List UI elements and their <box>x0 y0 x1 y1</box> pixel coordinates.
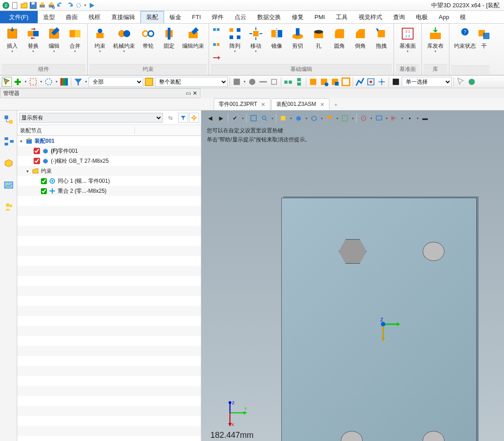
doc-tab-asm[interactable]: 装配001.Z3ASM✕ <box>271 98 329 110</box>
menu-mode[interactable]: 模 <box>454 11 471 23</box>
merge-button[interactable]: 合并▼ <box>65 25 85 64</box>
datum-plane-button[interactable]: 3 11 2基准面▼ <box>396 25 419 64</box>
vp-fwd-icon[interactable]: ▶ <box>216 113 226 123</box>
move-button[interactable]: 移动▼ <box>245 25 266 64</box>
constraint-button[interactable]: 约束▼ <box>90 25 110 64</box>
close-icon[interactable]: ✕ <box>261 101 265 108</box>
vp-wireframe-icon[interactable] <box>309 113 319 123</box>
interfere-button[interactable]: 干 <box>479 25 489 65</box>
tb-icon-e[interactable] <box>283 77 293 87</box>
tb-icon-h[interactable] <box>319 77 329 87</box>
close-icon[interactable]: ✕ <box>320 101 324 108</box>
assembly-scope-icon[interactable] <box>144 77 154 87</box>
filter-select-2[interactable]: 整个装配 <box>155 77 228 87</box>
menu-weld[interactable]: 焊件 <box>206 11 229 23</box>
menu-surface[interactable]: 曲面 <box>60 11 83 23</box>
tb-icon-l[interactable] <box>366 77 376 87</box>
menu-sheetmetal[interactable]: 钣金 <box>164 11 187 23</box>
open-icon[interactable] <box>20 1 28 10</box>
tb-icon-f[interactable] <box>294 77 304 87</box>
edit-button[interactable]: 编辑▼ <box>44 25 65 64</box>
mirror-button[interactable]: 镜像 <box>266 25 287 64</box>
small-btn-2[interactable] <box>211 40 222 50</box>
filter-icon[interactable] <box>73 77 83 87</box>
lib-publish-button[interactable]: 库发布▼ <box>424 25 447 64</box>
tb-icon-b[interactable] <box>247 77 257 87</box>
menu-electrode[interactable]: 电极 <box>410 11 433 23</box>
vp-zoom-icon[interactable] <box>259 113 269 123</box>
rail-tree-icon[interactable] <box>2 113 15 126</box>
redo-icon[interactable] <box>65 1 74 10</box>
fit-icon[interactable] <box>75 1 83 10</box>
vp-zoom-fit-icon[interactable] <box>249 113 259 123</box>
replace-button[interactable]: 替换▼ <box>23 25 44 64</box>
vp-shade-icon[interactable] <box>278 113 288 123</box>
view-axis-triad-icon[interactable]: Y X Z <box>223 399 250 426</box>
menu-directedit[interactable]: 直接编辑 <box>106 11 140 23</box>
print-preview-icon[interactable] <box>47 1 55 10</box>
hole-button[interactable]: 孔 <box>308 25 329 64</box>
tree-node-root[interactable]: ▾ 装配001 <box>17 136 201 146</box>
visibility-checkbox[interactable] <box>34 158 40 164</box>
drag-button[interactable]: 拖拽 <box>371 25 392 64</box>
rail-image-icon[interactable] <box>2 179 15 191</box>
settings-icon[interactable] <box>189 113 199 123</box>
color-sel-icon[interactable] <box>59 77 69 87</box>
display-filter-select[interactable]: 显示所有 <box>19 113 163 123</box>
filter-select-1[interactable]: 全部 <box>89 77 143 87</box>
new-icon[interactable] <box>11 1 19 10</box>
tree-node-part[interactable]: (F)零件001 <box>17 146 201 156</box>
tb-icon-o[interactable] <box>456 77 466 87</box>
tb-icon-k[interactable] <box>355 77 365 87</box>
app-logo-icon[interactable]: Z <box>2 1 10 10</box>
vp-check-icon[interactable]: ✔ <box>230 113 240 123</box>
tb-icon-d[interactable] <box>269 77 279 87</box>
vp-perf-icon[interactable] <box>340 113 350 123</box>
add-tab-icon[interactable]: ＋ <box>330 99 341 110</box>
tb-icon-a[interactable] <box>232 77 242 87</box>
constraint-status-button[interactable]: ?约束状态 <box>451 25 479 65</box>
cut-button[interactable]: 剪切 <box>287 25 308 64</box>
bolt-head[interactable] <box>339 239 367 264</box>
vp-align-icon[interactable] <box>389 113 399 123</box>
vp-last-icon[interactable]: ▬ <box>420 113 430 123</box>
vp-center-icon[interactable] <box>359 113 369 123</box>
vp-back-icon[interactable]: ◀ <box>205 113 215 123</box>
menu-pmi[interactable]: PMI <box>309 11 330 23</box>
pattern-button[interactable]: 阵列▼ <box>225 25 245 64</box>
menu-exchange[interactable]: 数据交换 <box>252 11 286 23</box>
menu-pointcloud[interactable]: 点云 <box>229 11 252 23</box>
tb-icon-m[interactable] <box>377 77 387 87</box>
visibility-checkbox[interactable] <box>41 178 47 184</box>
select-mode[interactable]: 单一选择 <box>402 77 452 87</box>
tb-icon-p[interactable] <box>467 77 477 87</box>
visibility-checkbox[interactable] <box>41 188 47 194</box>
menu-wireframe[interactable]: 线框 <box>83 11 106 23</box>
filter-icon[interactable] <box>178 113 188 123</box>
undo-icon[interactable] <box>56 1 65 10</box>
insert-button[interactable]: 插入▼ <box>2 25 23 64</box>
hole[interactable] <box>423 431 444 441</box>
menu-visual[interactable]: 视觉样式 <box>353 11 388 23</box>
rail-hierarchy-icon[interactable] <box>2 135 15 148</box>
fix-button[interactable]: 固定 <box>159 25 180 64</box>
add-sel-icon[interactable] <box>13 77 23 87</box>
belt-button[interactable]: 带轮 <box>138 25 159 64</box>
lasso-sel-icon[interactable] <box>44 77 54 87</box>
hole[interactable] <box>341 431 363 441</box>
tb-icon-n[interactable] <box>391 77 401 87</box>
panel-minimize-icon[interactable]: ▭ <box>186 90 191 96</box>
small-btn-1[interactable] <box>211 26 222 36</box>
tree-node-part[interactable]: (-)螺栓 GB_T 27-M8x25 <box>17 156 201 166</box>
menu-repair[interactable]: 修复 <box>286 11 309 23</box>
print-icon[interactable] <box>38 1 46 10</box>
tb-icon-c[interactable] <box>258 77 268 87</box>
menu-assembly[interactable]: 装配 <box>140 11 164 23</box>
edit-constraint-button[interactable]: 编辑约束 <box>180 25 207 64</box>
tb-icon-g[interactable] <box>308 77 318 87</box>
origin-triad-icon[interactable]: Z <box>374 315 401 342</box>
cursor-icon[interactable] <box>2 77 12 87</box>
menu-fti[interactable]: FTI <box>187 11 207 23</box>
vp-more-icon[interactable]: ▪ <box>404 113 414 123</box>
visibility-checkbox[interactable] <box>34 148 40 154</box>
